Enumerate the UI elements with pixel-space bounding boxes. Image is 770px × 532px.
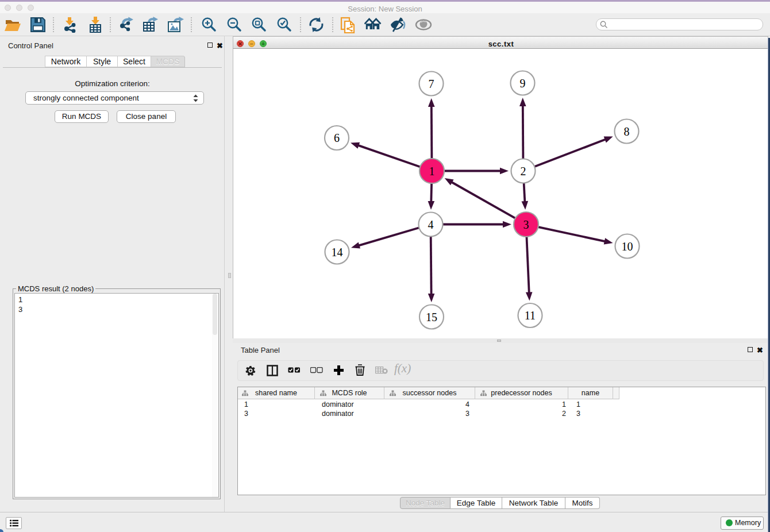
- svg-text:10: 10: [622, 240, 633, 253]
- svg-text:14: 14: [332, 246, 343, 259]
- svg-text:8: 8: [624, 125, 630, 138]
- svg-text:2: 2: [521, 165, 526, 178]
- svg-text:6: 6: [334, 132, 340, 144]
- svg-text:15: 15: [426, 311, 437, 323]
- svg-text:7: 7: [429, 78, 434, 90]
- svg-text:9: 9: [520, 77, 526, 90]
- svg-text:11: 11: [525, 309, 536, 322]
- svg-text:1: 1: [429, 165, 435, 178]
- svg-text:3: 3: [523, 218, 529, 231]
- svg-text:4: 4: [428, 218, 434, 231]
